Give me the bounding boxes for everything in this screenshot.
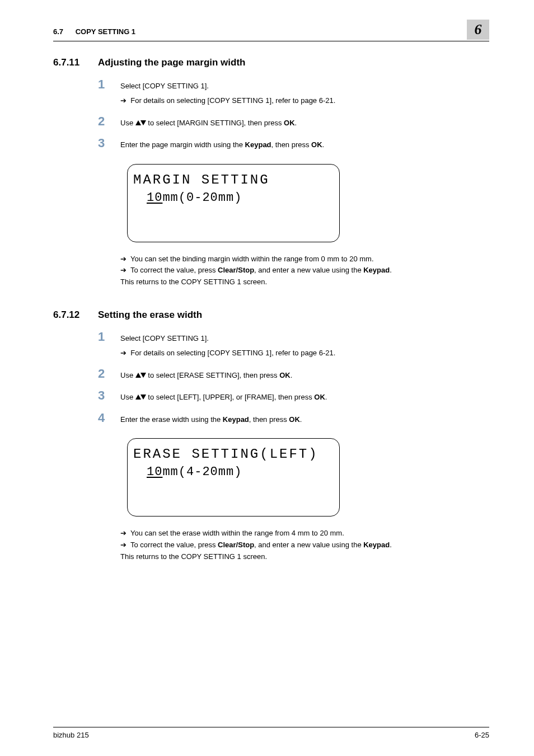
post-notes: ➔ You can set the erase width within the… [120,528,489,562]
lcd-display-erase: ERASE SETTING(LEFT) 10mm(4-20mm) [127,438,340,516]
text: Enter the erase width using the [120,415,223,424]
arrow-icon: ➔ [120,349,127,357]
ok-label: OK [284,119,295,127]
keypad-label: Keypad [223,415,249,424]
section-number: 6.7.11 [53,57,98,68]
note-text: To correct the value, press [130,266,218,274]
triangle-down-icon [140,395,146,400]
text: , then press [249,415,289,424]
triangle-down-icon [140,120,146,125]
text: . [322,140,325,149]
header-section-number: 6.7 [53,27,63,36]
text: Enter the page margin width using the [120,140,245,149]
text: , then press [271,140,312,149]
text: Use [120,393,135,401]
step-3: 3 Use to select [LEFT], [UPPER], or [FRA… [98,389,489,403]
step-2: 2 Use to select [MARGIN SETTING], then p… [98,115,489,129]
note-line: ➔ To correct the value, press Clear/Stop… [120,265,489,276]
section-heading: 6.7.11 Adjusting the page margin width [53,57,489,68]
step-4: 4 Enter the erase width using the Keypad… [98,412,489,425]
up-down-triangle-icon [135,395,146,400]
period: . [291,371,293,379]
keypad-label: Keypad [363,541,390,549]
step-note: ➔ For details on selecting [COPY SETTING… [120,95,489,106]
lcd-line-2: 10mm(0-20mm) [147,191,334,205]
text: Use [120,371,135,379]
step-list: 1 Select [COPY SETTING 1]. ➔ For details… [98,331,489,425]
step-text: Select [COPY SETTING 1]. [120,82,209,90]
note-text: , and enter a new value using the [254,541,363,549]
note-text: To correct the value, press [130,541,218,549]
arrow-icon: ➔ [120,541,127,549]
text: Use [120,119,135,127]
step-number: 2 [98,115,120,128]
section-title: Adjusting the page margin width [98,57,246,68]
lcd-range: mm(0-20mm) [162,191,242,205]
text: to select [ERASE SETTING], then press [146,371,279,379]
page-number: 6-25 [475,731,489,739]
page-footer: bizhub 215 6-25 [53,727,489,739]
up-down-triangle-icon [135,120,146,125]
post-notes: ➔ You can set the binding margin width w… [120,253,489,288]
arrow-icon: ➔ [120,529,127,537]
clear-stop-label: Clear/Stop [218,541,254,549]
note-text: You can set the erase width within the r… [130,529,344,537]
note-text: You can set the binding margin width wit… [130,255,374,263]
ok-label: OK [289,415,300,424]
lcd-line-1: MARGIN SETTING [133,172,334,187]
step-list: 1 Select [COPY SETTING 1]. ➔ For details… [98,78,489,151]
triangle-down-icon [140,373,146,378]
lcd-line-2: 10mm(4-20mm) [147,465,334,479]
lcd-value: 10 [147,465,162,479]
header-left: 6.7 COPY SETTING 1 [53,20,135,36]
note-line: ➔ You can set the erase width within the… [120,528,489,539]
ok-label: OK [279,371,291,379]
step-body: Enter the page margin width using the Ke… [120,137,489,151]
text: . [300,415,302,424]
step-1: 1 Select [COPY SETTING 1]. ➔ For details… [98,331,489,359]
step-3: 3 Enter the page margin width using the … [98,137,489,151]
step-number: 1 [98,78,120,91]
note-text: , and enter a new value using the [254,266,363,274]
keypad-label: Keypad [363,266,390,274]
header-section-title: COPY SETTING 1 [76,27,135,36]
lcd-value: 10 [147,191,162,205]
step-body: Use to select [MARGIN SETTING], then pre… [120,115,489,129]
ok-label: OK [311,140,322,149]
section-erase-width: 6.7.12 Setting the erase width 1 Select … [53,309,489,563]
note-text: For details on selecting [COPY SETTING 1… [130,96,335,105]
step-note: ➔ For details on selecting [COPY SETTING… [120,348,489,359]
note-line: This returns to the COPY SETTING 1 scree… [120,276,489,288]
step-body: Select [COPY SETTING 1]. ➔ For details o… [120,78,489,106]
period: . [295,119,297,127]
lcd-line-1: ERASE SETTING(LEFT) [133,447,334,462]
note-line: ➔ To correct the value, press Clear/Stop… [120,539,489,551]
step-body: Use to select [LEFT], [UPPER], or [FRAME… [120,389,489,403]
step-2: 2 Use to select [ERASE SETTING], then pr… [98,368,489,381]
section-number: 6.7.12 [53,309,98,321]
note-text: . [390,266,392,274]
step-body: Select [COPY SETTING 1]. ➔ For details o… [120,331,489,359]
chapter-number: 6 [475,21,482,38]
period: . [325,393,327,401]
section-heading: 6.7.12 Setting the erase width [53,309,489,321]
product-name: bizhub 215 [53,731,89,739]
arrow-icon: ➔ [120,255,127,263]
ok-label: OK [314,393,325,401]
keypad-label: Keypad [245,140,271,149]
step-body: Use to select [ERASE SETTING], then pres… [120,368,489,381]
section-title: Setting the erase width [98,309,202,321]
step-text: Select [COPY SETTING 1]. [120,334,209,342]
note-line: This returns to the COPY SETTING 1 scree… [120,551,489,563]
section-margin-width: 6.7.11 Adjusting the page margin width 1… [53,57,489,288]
step-number: 4 [98,412,120,424]
text: to select [LEFT], [UPPER], or [FRAME], t… [146,393,315,401]
step-number: 3 [98,389,120,402]
arrow-icon: ➔ [120,266,127,274]
step-number: 3 [98,137,120,149]
step-body: Enter the erase width using the Keypad, … [120,412,489,425]
clear-stop-label: Clear/Stop [218,266,254,274]
note-line: ➔ You can set the binding margin width w… [120,253,489,265]
up-down-triangle-icon [135,373,146,378]
lcd-display-margin: MARGIN SETTING 10mm(0-20mm) [127,164,340,242]
